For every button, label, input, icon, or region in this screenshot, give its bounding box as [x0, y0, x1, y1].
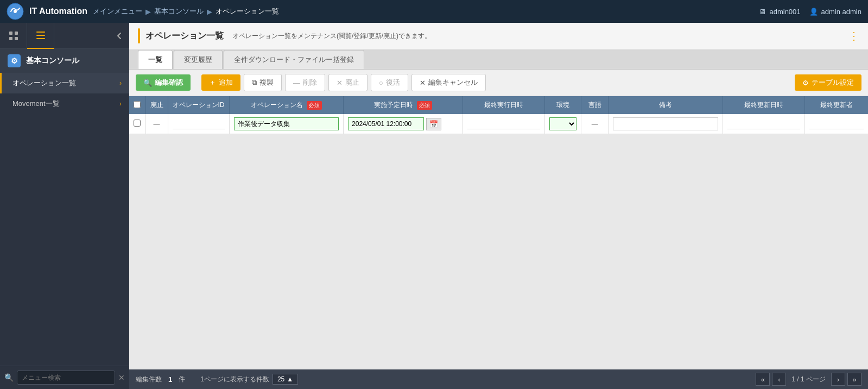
row-name-input[interactable]: [234, 117, 339, 130]
th-last-exec: 最終実行日時: [463, 96, 545, 114]
settings-icon: ⚙: [802, 79, 809, 87]
calendar-button[interactable]: 📅: [426, 118, 441, 130]
page-title-bar: オペレーション一覧: [138, 28, 224, 43]
pagination: « ‹ 1 / 1 ページ › »: [756, 373, 861, 386]
svg-rect-3: [15, 32, 18, 35]
row-note-cell: [609, 114, 723, 134]
row-select-checkbox[interactable]: [134, 120, 141, 127]
required-badge-name: 必須: [307, 101, 322, 110]
svg-rect-2: [9, 32, 12, 35]
header-user-id[interactable]: 🖥 admin001: [759, 8, 800, 16]
th-note: 備考: [609, 96, 723, 114]
breadcrumb-console[interactable]: 基本コンソール: [154, 7, 204, 16]
discard-button[interactable]: ✕ 廃止: [328, 74, 368, 91]
sidebar-search-input[interactable]: [17, 371, 115, 385]
row-last-exec-cell: [463, 114, 545, 134]
user-icon: 👤: [809, 8, 818, 16]
per-page-label: 1ページに表示する件数: [200, 375, 269, 384]
delete-button[interactable]: — 削除: [285, 74, 325, 91]
row-env-cell: [545, 114, 581, 134]
page-description: オペレーション一覧をメンテナンス(閲覧/登録/更新/廃止)できます。: [232, 32, 431, 41]
edit-count-label: 編集件数: [136, 375, 162, 384]
header-user-name[interactable]: 👤 admin admin: [809, 8, 861, 16]
sidebar-grid-btn[interactable]: [0, 23, 27, 49]
breadcrumb-sep2: ▶: [207, 8, 212, 16]
breadcrumb-current: オペレーション一覧: [216, 7, 279, 16]
table-container: 廃止 オペレーションID オペレーション名 必須 実施予定日時 必須 最終実行日…: [129, 96, 868, 369]
page-next-button[interactable]: ›: [831, 373, 845, 386]
row-name-cell: [229, 114, 344, 134]
app-logo-icon: [7, 3, 24, 20]
per-page-value: 25: [277, 375, 284, 383]
page-last-button[interactable]: »: [847, 373, 861, 386]
restore-button[interactable]: ○ 復活: [371, 74, 408, 91]
sidebar-list-btn[interactable]: [27, 23, 54, 49]
minus-icon: —: [293, 79, 300, 87]
header-left: IT Automation メインメニュー ▶ 基本コンソール ▶ オペレーショ…: [7, 3, 279, 20]
page-info: 1 / 1 ページ: [788, 375, 829, 384]
cancel-edit-button[interactable]: ✕ 編集キャンセル: [411, 74, 486, 91]
row-updated-date-cell: [723, 114, 804, 134]
sidebar-collapse-btn[interactable]: [110, 23, 129, 49]
page-header-left: オペレーション一覧 オペレーション一覧をメンテナンス(閲覧/登録/更新/廃止)で…: [138, 28, 431, 43]
header-right: 🖥 admin001 👤 admin admin: [759, 8, 861, 16]
circle-icon: ○: [379, 79, 383, 87]
chevron-right-icon2: ›: [119, 100, 122, 108]
row-note-input[interactable]: [613, 117, 718, 130]
row-date-input[interactable]: [348, 117, 424, 130]
page-menu-btn[interactable]: ⋮: [848, 29, 859, 42]
copy-icon: ⧉: [252, 78, 257, 87]
page-title-border: [138, 28, 140, 43]
monitor-icon: 🖥: [759, 8, 766, 16]
row-env-select[interactable]: [549, 117, 576, 130]
row-updated-by-cell: [805, 114, 868, 134]
th-updated-by: 最終更新者: [805, 96, 868, 114]
sidebar-item-operation[interactable]: オペレーション一覧 ›: [0, 73, 129, 93]
tab-download[interactable]: 全件ダウンロード・ファイルー括登録: [224, 50, 364, 69]
footer-per-page: 1ページに表示する件数 25 ▲: [200, 374, 298, 385]
edit-count: 1: [168, 375, 172, 384]
th-lang: 言語: [581, 96, 609, 114]
edit-count-unit: 件: [179, 375, 185, 384]
table-row: — 📅: [129, 114, 868, 134]
confirm-edit-button[interactable]: 🔍 編集確認: [136, 74, 191, 91]
user-id-label: admin001: [769, 8, 800, 16]
sidebar-search-clear-icon[interactable]: ✕: [118, 373, 125, 382]
copy-button[interactable]: ⧉ 複製: [244, 74, 282, 91]
sidebar-search-area: 🔍 ✕: [0, 366, 129, 389]
breadcrumb-sep1: ▶: [145, 8, 151, 16]
page-header: オペレーション一覧 オペレーション一覧をメンテナンス(閲覧/登録/更新/廃止)で…: [129, 23, 868, 50]
sidebar-item-movement[interactable]: Movement一覧 ›: [0, 93, 129, 114]
th-updated-date: 最終更新日時: [723, 96, 804, 114]
page-prev-button[interactable]: ‹: [772, 373, 786, 386]
tab-history[interactable]: 変更履歴: [174, 50, 223, 69]
row-id-cell: [168, 114, 229, 134]
add-button[interactable]: ＋ 追加: [201, 74, 240, 91]
svg-rect-8: [36, 38, 45, 39]
tab-list[interactable]: 一覧: [138, 50, 173, 69]
operations-table: 廃止 オペレーションID オペレーション名 必須 実施予定日時 必須 最終実行日…: [129, 96, 868, 134]
th-date: 実施予定日時 必須: [344, 96, 463, 114]
sidebar: ⚙ 基本コンソール オペレーション一覧 › Movement一覧 › 🔍 ✕: [0, 23, 129, 389]
search-icon: 🔍: [4, 373, 14, 382]
th-discard: 廃止: [145, 96, 168, 114]
tabs-bar: 一覧 変更履歴 全件ダウンロード・ファイルー括登録: [129, 50, 868, 70]
table-settings-button[interactable]: ⚙ テーブル設定: [795, 74, 861, 91]
th-env: 環境: [545, 96, 581, 114]
search-icon2: 🔍: [143, 79, 152, 87]
gear-icon: ⚙: [8, 54, 21, 67]
page-first-button[interactable]: «: [756, 373, 770, 386]
th-checkbox: [129, 96, 145, 114]
th-name: オペレーション名 必須: [229, 96, 344, 114]
row-checkbox-cell: [129, 114, 145, 134]
main-layout: ⚙ 基本コンソール オペレーション一覧 › Movement一覧 › 🔍 ✕ オ…: [0, 23, 868, 389]
cancel-icon: ✕: [420, 79, 426, 87]
plus-icon: ＋: [209, 78, 216, 87]
sidebar-section-title: 基本コンソール: [26, 56, 79, 66]
breadcrumb-main[interactable]: メインメニュー: [93, 7, 142, 16]
per-page-chevron-icon[interactable]: ▲: [287, 375, 293, 383]
app-title: IT Automation: [29, 7, 87, 16]
user-name-label: admin admin: [821, 8, 861, 16]
svg-rect-4: [9, 37, 12, 40]
select-all-checkbox[interactable]: [134, 101, 141, 108]
